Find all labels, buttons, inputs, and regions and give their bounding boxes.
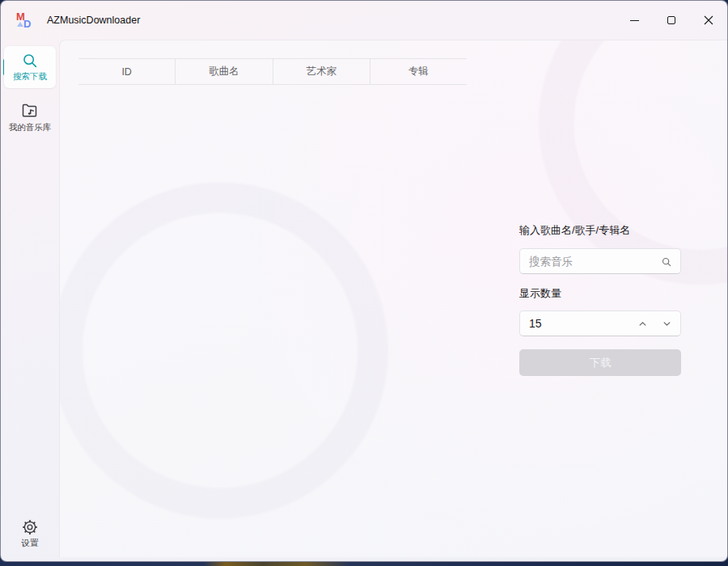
- count-increase-button[interactable]: [630, 313, 654, 334]
- music-library-folder-icon: [20, 101, 40, 120]
- sidebar-item-settings[interactable]: 设置: [4, 513, 56, 554]
- results-table-header: ID 歌曲名 艺术家 专辑: [78, 58, 467, 85]
- column-header-artist: 艺术家: [273, 59, 370, 84]
- sidebar: 搜索下载 我的音乐库: [1, 40, 59, 557]
- titlebar: M D AZMusicDownloader: [1, 1, 727, 40]
- search-field-label: 输入歌曲名/歌手/专辑名: [519, 223, 630, 238]
- download-button[interactable]: 下载: [519, 349, 681, 376]
- search-input[interactable]: [520, 249, 680, 273]
- search-box: [519, 248, 681, 274]
- sidebar-item-label: 我的音乐库: [9, 122, 52, 133]
- search-icon: [661, 256, 672, 268]
- close-icon: [704, 15, 713, 25]
- sidebar-item-label: 搜索下载: [13, 71, 47, 82]
- gear-icon: [21, 518, 39, 536]
- logo-letter-d: D: [23, 18, 31, 30]
- sidebar-item-label: 设置: [22, 538, 39, 549]
- display-count-input[interactable]: [520, 317, 630, 330]
- maximize-button[interactable]: [653, 1, 690, 40]
- count-field-label: 显示数量: [519, 286, 561, 301]
- app-window: M D AZMusicDownloader: [0, 0, 728, 562]
- minimize-button[interactable]: [616, 1, 653, 40]
- column-header-album: 专辑: [370, 59, 467, 84]
- display-count-numberbox: [519, 310, 681, 336]
- chevron-up-icon: [637, 318, 649, 330]
- sidebar-item-search-download[interactable]: 搜索下载: [4, 46, 56, 88]
- column-header-id: ID: [78, 59, 175, 84]
- chevron-down-icon: [661, 318, 673, 330]
- column-header-song-name: 歌曲名: [175, 59, 272, 84]
- window-controls: [616, 1, 727, 40]
- app-logo: M D: [15, 10, 36, 31]
- app-title: AZMusicDownloader: [47, 15, 140, 26]
- minimize-icon: [630, 20, 639, 21]
- logo-triangle: [17, 22, 23, 27]
- sidebar-item-my-music-library[interactable]: 我的音乐库: [4, 96, 56, 138]
- close-button[interactable]: [690, 1, 727, 40]
- search-icon: [21, 52, 39, 70]
- count-decrease-button[interactable]: [654, 313, 679, 334]
- maximize-icon: [667, 16, 675, 24]
- content-panel: ID 歌曲名 艺术家 专辑 输入歌曲名/歌手/专辑名 显示数量: [59, 40, 727, 557]
